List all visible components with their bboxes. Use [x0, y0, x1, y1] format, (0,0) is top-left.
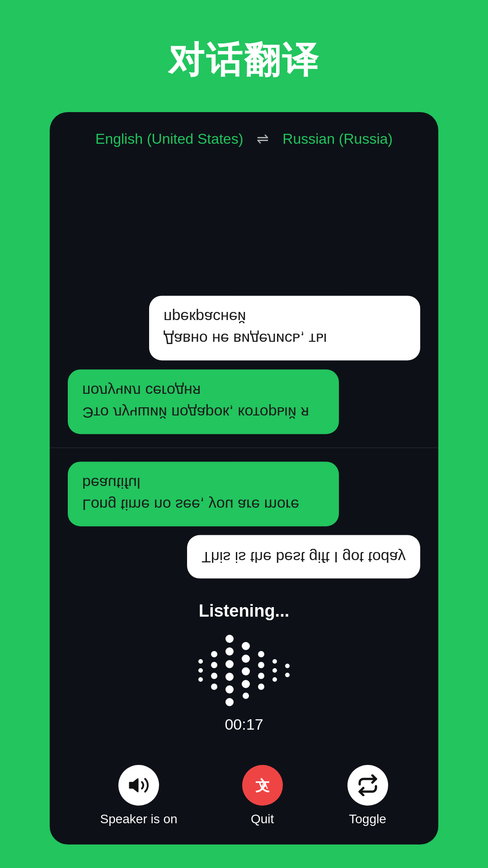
timer: 00:17 [225, 716, 263, 733]
toggle-label: Toggle [349, 812, 386, 826]
waveform-col-1 [198, 659, 203, 682]
source-language[interactable]: English (United States) [95, 131, 243, 147]
toggle-control[interactable]: Toggle [347, 765, 388, 826]
waveform-col-5 [258, 651, 264, 690]
listening-label: Listening... [199, 601, 290, 621]
speaker-label: Speaker is on [100, 812, 177, 826]
quit-button[interactable]: 文 A [242, 765, 283, 806]
quit-label: Quit [251, 812, 274, 826]
swap-icon[interactable]: ⇌ [257, 130, 269, 147]
waveform-col-7 [285, 664, 290, 677]
target-language[interactable]: Russian (Russia) [282, 131, 393, 147]
waveform-col-2 [211, 651, 217, 690]
flipped-message-1: Это лучший подарок, который я получил се… [68, 369, 339, 434]
waveform-col-4 [242, 642, 250, 699]
section-divider [50, 448, 438, 448]
message-1: Long time no see, you are more beautiful [68, 462, 339, 526]
messages-area: Long time no see, you are more beautiful… [50, 453, 438, 588]
language-header: English (United States) ⇌ Russian (Russi… [50, 112, 438, 156]
flipped-message-2: Давно не виделись, ты прекрасней [149, 296, 420, 360]
bottom-controls: Speaker is on 文 A Quit Toggl [50, 756, 438, 844]
flipped-messages-area: Давно не виделись, ты прекрасней Это луч… [50, 156, 438, 443]
toggle-button[interactable] [347, 765, 388, 806]
listening-area: Listening... [50, 588, 438, 756]
quit-control[interactable]: 文 A Quit [242, 765, 283, 826]
svg-text:A: A [261, 779, 268, 791]
waveform [198, 634, 290, 707]
speaker-control[interactable]: Speaker is on [100, 765, 177, 826]
waveform-col-6 [272, 659, 277, 682]
message-2: This is the best gift I got today [187, 535, 420, 579]
speaker-button[interactable] [118, 765, 159, 806]
app-title: 对话翻译 [168, 36, 320, 85]
waveform-col-3 [225, 635, 234, 706]
main-card: English (United States) ⇌ Russian (Russi… [50, 112, 438, 844]
